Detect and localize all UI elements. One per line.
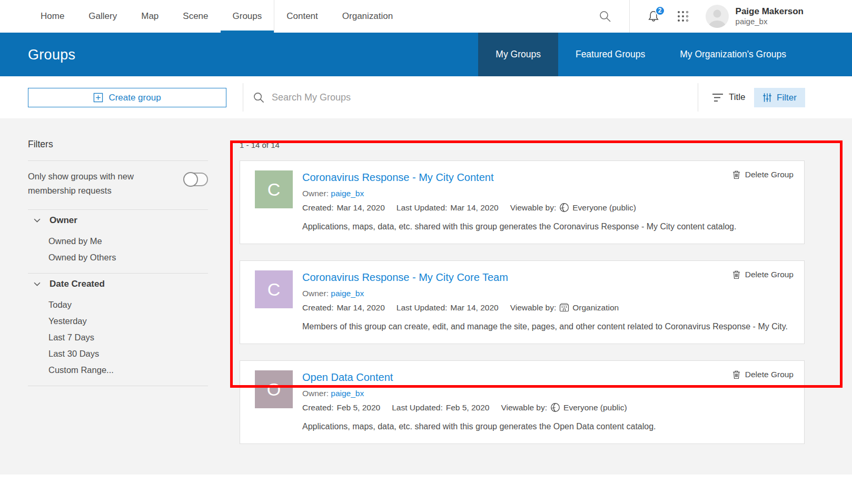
nav-item-scene[interactable]: Scene	[171, 0, 220, 33]
group-meta: Created: Mar 14, 2020 Last Updated: Mar …	[302, 302, 791, 313]
filter-custom-range[interactable]: Custom Range...	[28, 362, 208, 378]
banner-tabs: My Groups Featured Groups My Organizatio…	[478, 33, 852, 76]
delete-group-label: Delete Group	[745, 270, 794, 279]
owner-link[interactable]: paige_bx	[331, 389, 364, 398]
filter-owned-by-me[interactable]: Owned by Me	[28, 233, 208, 249]
filter-sliders-icon	[762, 93, 772, 103]
user-info: Paige Makerson paige_bx	[736, 6, 804, 27]
filters-title: Filters	[28, 138, 208, 150]
filter-last-7-days[interactable]: Last 7 Days	[28, 329, 208, 346]
delete-group-button[interactable]: Delete Group	[732, 270, 794, 279]
created-date: Created: Mar 14, 2020	[302, 202, 385, 213]
updated-date: Last Updated: Feb 5, 2020	[392, 402, 489, 413]
nav-item-organization[interactable]: Organization	[330, 0, 405, 33]
user-full-name: Paige Makerson	[736, 6, 804, 17]
group-info: Coronavirus Response - My City Core Team…	[302, 270, 791, 333]
filter-button[interactable]: Filter	[754, 88, 805, 107]
nav-item-home[interactable]: Home	[28, 0, 76, 33]
results-count: 1 - 14 of 14	[240, 140, 805, 151]
toggle-knob	[183, 172, 198, 187]
date-created-section-label: Date Created	[49, 279, 105, 289]
sort-icon	[712, 93, 724, 102]
filter-today[interactable]: Today	[28, 297, 208, 313]
created-date: Created: Feb 5, 2020	[302, 402, 380, 413]
updated-date: Last Updated: Mar 14, 2020	[397, 202, 499, 213]
filter-last-30-days[interactable]: Last 30 Days	[28, 346, 208, 362]
updated-date: Last Updated: Mar 14, 2020	[397, 302, 499, 313]
filter-section-date-created: Date Created Today Yesterday Last 7 Days…	[28, 279, 208, 378]
content-area: Filters Only show groups with new member…	[0, 118, 852, 475]
group-search	[253, 76, 609, 118]
chevron-down-icon	[34, 218, 41, 223]
tab-my-organizations-groups[interactable]: My Organization's Groups	[662, 33, 804, 76]
page-banner: Groups My Groups Featured Groups My Orga…	[0, 33, 852, 76]
group-description: Applications, maps, data, etc. shared wi…	[302, 420, 791, 433]
date-created-section-header[interactable]: Date Created	[34, 279, 208, 289]
tab-featured-groups[interactable]: Featured Groups	[558, 33, 662, 76]
nav-item-groups[interactable]: Groups	[221, 0, 274, 33]
create-group-button[interactable]: Create group	[28, 88, 226, 107]
owner-link[interactable]: paige_bx	[331, 289, 364, 298]
nav-item-content[interactable]: Content	[274, 0, 330, 33]
filter-section-owner: Owner Owned by Me Owned by Others	[28, 215, 208, 266]
created-date: Created: Mar 14, 2020	[302, 302, 385, 313]
group-title-link[interactable]: Open Data Content	[302, 370, 791, 384]
toolbar-divider	[243, 83, 243, 112]
page-title: Groups	[28, 46, 75, 63]
group-card-coronavirus-response-my-city-content: C Coronavirus Response - My City Content…	[240, 160, 805, 244]
search-icon	[253, 92, 265, 104]
nav-divider	[629, 0, 630, 33]
tab-my-groups[interactable]: My Groups	[478, 33, 558, 76]
app-launcher-grid-icon[interactable]	[676, 9, 690, 23]
primary-nav: Home Gallery Map Scene Groups Content Or…	[0, 0, 405, 33]
search-icon[interactable]	[599, 10, 611, 23]
avatar	[706, 5, 729, 28]
search-groups-input[interactable]	[272, 92, 609, 103]
owner-section-label: Owner	[49, 215, 77, 226]
group-title-link[interactable]: Coronavirus Response - My City Core Team	[302, 270, 791, 284]
chevron-down-icon	[34, 282, 41, 287]
trash-icon	[732, 270, 740, 279]
notification-count-badge: 2	[655, 6, 665, 16]
group-title-link[interactable]: Coronavirus Response - My City Content	[302, 170, 791, 184]
toggle-label: Only show groups with new membership req…	[28, 169, 161, 198]
sidebar-divider	[28, 386, 208, 386]
group-thumbnail[interactable]: C	[255, 270, 293, 308]
delete-group-button[interactable]: Delete Group	[732, 370, 794, 379]
owner-section-header[interactable]: Owner	[34, 215, 208, 226]
nav-utilities: 2 Paige Makerson paige_bx	[596, 0, 852, 33]
filter-yesterday[interactable]: Yesterday	[28, 313, 208, 329]
viewable-by: Viewable by: Everyone (public)	[510, 202, 636, 213]
globe-icon	[550, 402, 560, 412]
nav-item-map[interactable]: Map	[129, 0, 171, 33]
group-meta: Created: Mar 14, 2020 Last Updated: Mar …	[302, 202, 791, 213]
group-meta: Created: Feb 5, 2020 Last Updated: Feb 5…	[302, 402, 791, 413]
filter-owned-by-others[interactable]: Owned by Others	[28, 249, 208, 266]
notifications-bell-icon[interactable]: 2	[647, 9, 660, 24]
membership-requests-toggle[interactable]	[184, 173, 208, 186]
organization-icon	[559, 303, 569, 312]
delete-group-button[interactable]: Delete Group	[732, 170, 794, 179]
sort-by-title-control[interactable]: Title	[712, 76, 746, 118]
owner-line: Owner: paige_bx	[302, 288, 791, 299]
group-info: Coronavirus Response - My City Content O…	[302, 170, 791, 233]
user-username: paige_bx	[736, 17, 804, 27]
group-info: Open Data Content Owner: paige_bx Create…	[302, 370, 791, 433]
viewable-by: Viewable by: Organization	[510, 302, 619, 313]
nav-item-gallery[interactable]: Gallery	[76, 0, 129, 33]
trash-icon	[732, 170, 740, 179]
user-menu[interactable]: Paige Makerson paige_bx	[706, 5, 804, 28]
filter-label: Filter	[777, 93, 797, 103]
group-thumbnail[interactable]: C	[255, 170, 293, 208]
owner-line: Owner: paige_bx	[302, 188, 791, 199]
group-card-open-data-content: O Open Data Content Owner: paige_bx Crea…	[240, 360, 805, 444]
top-navigation: Home Gallery Map Scene Groups Content Or…	[0, 0, 852, 33]
group-thumbnail[interactable]: O	[255, 370, 293, 408]
sidebar-divider	[28, 209, 208, 210]
create-group-label: Create group	[108, 93, 161, 103]
trash-icon	[732, 370, 740, 379]
owner-line: Owner: paige_bx	[302, 388, 791, 399]
group-description: Members of this group can create, edit, …	[302, 320, 791, 333]
group-results-list: 1 - 14 of 14 C Coronavirus Response - My…	[240, 140, 805, 460]
owner-link[interactable]: paige_bx	[331, 189, 364, 198]
